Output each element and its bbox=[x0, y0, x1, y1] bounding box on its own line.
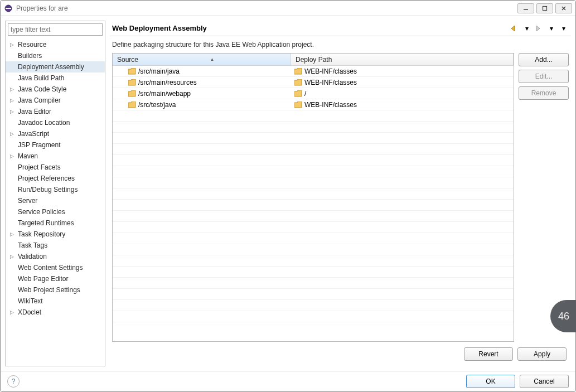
table-row bbox=[113, 177, 514, 188]
table-row bbox=[113, 233, 514, 244]
tree-item-label: Java Build Path bbox=[18, 74, 64, 82]
forward-menu-icon[interactable]: ▾ bbox=[546, 23, 556, 33]
tree-item-validation[interactable]: ▷Validation bbox=[6, 251, 105, 262]
tree-item-web-content-settings[interactable]: Web Content Settings bbox=[6, 262, 105, 273]
ok-button[interactable]: OK bbox=[466, 375, 515, 388]
tree-item-javascript[interactable]: ▷JavaScript bbox=[6, 128, 105, 139]
tree-item-task-tags[interactable]: Task Tags bbox=[6, 240, 105, 251]
tree-item-javadoc-location[interactable]: Javadoc Location bbox=[6, 117, 105, 128]
expand-icon[interactable]: ▷ bbox=[10, 109, 18, 114]
expand-icon[interactable]: ▷ bbox=[10, 309, 18, 315]
main-panel: Web Deployment Assembly ▾ ▾ ▾ Define pac… bbox=[110, 21, 571, 366]
table-row bbox=[113, 222, 514, 233]
back-icon[interactable] bbox=[510, 23, 520, 33]
table-row[interactable]: /src/main/webapp/ bbox=[113, 88, 514, 99]
tree-item-project-facets[interactable]: Project Facets bbox=[6, 162, 105, 173]
remove-button[interactable]: Remove bbox=[519, 86, 569, 100]
table-row bbox=[113, 289, 514, 300]
tree-item-maven[interactable]: ▷Maven bbox=[6, 151, 105, 162]
tree-item-run-debug-settings[interactable]: Run/Debug Settings bbox=[6, 184, 105, 195]
close-button[interactable] bbox=[555, 3, 572, 13]
apply-button[interactable]: Apply bbox=[517, 347, 567, 361]
tree-item-label: Service Policies bbox=[18, 208, 65, 216]
tree-item-java-code-style[interactable]: ▷Java Code Style bbox=[6, 84, 105, 95]
table-row bbox=[113, 211, 514, 222]
tree-item-label: Resource bbox=[18, 41, 46, 49]
tree-item-web-page-editor[interactable]: Web Page Editor bbox=[6, 273, 105, 284]
revert-button[interactable]: Revert bbox=[464, 347, 513, 361]
filter-input[interactable] bbox=[8, 23, 103, 36]
minimize-button[interactable] bbox=[517, 3, 534, 13]
tree-item-jsp-fragment[interactable]: JSP Fragment bbox=[6, 139, 105, 151]
titlebar: Properties for are bbox=[1, 1, 575, 16]
tree-item-label: Builders bbox=[18, 52, 42, 60]
tree-item-label: JSP Fragment bbox=[18, 141, 60, 149]
table-row[interactable]: /src/main/javaWEB-INF/classes bbox=[113, 66, 514, 77]
deploy-cell: WEB-INF/classes bbox=[304, 67, 357, 75]
tree-item-label: WikiText bbox=[18, 297, 43, 305]
table-row bbox=[113, 311, 514, 322]
app-icon bbox=[4, 4, 13, 13]
cancel-button[interactable]: Cancel bbox=[520, 375, 569, 388]
tree-item-label: Web Project Settings bbox=[18, 286, 80, 294]
expand-icon[interactable]: ▷ bbox=[10, 98, 18, 103]
table-row bbox=[113, 188, 514, 200]
column-source-label: Source bbox=[117, 56, 138, 64]
tree-item-deployment-assembly[interactable]: Deployment Assembly bbox=[6, 61, 105, 72]
tree-item-web-project-settings[interactable]: Web Project Settings bbox=[6, 284, 105, 296]
tree-item-label: Validation bbox=[18, 253, 47, 260]
add-button[interactable]: Add... bbox=[519, 53, 569, 66]
source-cell: /src/test/java bbox=[138, 101, 176, 109]
deploy-cell: WEB-INF/classes bbox=[304, 79, 357, 86]
sort-indicator-icon: ▲ bbox=[138, 57, 286, 62]
column-source[interactable]: Source ▲ bbox=[113, 54, 291, 65]
table-row[interactable]: /src/main/resourcesWEB-INF/classes bbox=[113, 77, 514, 88]
tree-item-project-references[interactable]: Project References bbox=[6, 173, 105, 184]
tree-item-wikitext[interactable]: WikiText bbox=[6, 296, 105, 307]
table-row bbox=[113, 144, 514, 155]
page-description: Define packaging structure for this Java… bbox=[112, 41, 569, 49]
tree-item-label: JavaScript bbox=[18, 130, 49, 138]
expand-icon[interactable]: ▷ bbox=[10, 86, 18, 92]
table-row[interactable]: /src/test/javaWEB-INF/classes bbox=[113, 99, 514, 110]
tree-item-resource[interactable]: ▷Resource bbox=[6, 39, 105, 50]
tree-item-label: XDoclet bbox=[18, 308, 41, 316]
properties-dialog: Properties for are ▷ResourceBuildersDepl… bbox=[0, 0, 576, 392]
sidebar: ▷ResourceBuildersDeployment AssemblyJava… bbox=[5, 21, 105, 366]
tree-item-builders[interactable]: Builders bbox=[6, 50, 105, 61]
table-row bbox=[113, 267, 514, 278]
expand-icon[interactable]: ▷ bbox=[10, 42, 18, 47]
tree-item-xdoclet[interactable]: ▷XDoclet bbox=[6, 307, 105, 318]
tree-item-label: Task Repository bbox=[18, 230, 65, 238]
source-cell: /src/main/java bbox=[138, 67, 180, 75]
maximize-button[interactable] bbox=[536, 3, 553, 13]
expand-icon[interactable]: ▷ bbox=[10, 131, 18, 137]
tree-item-service-policies[interactable]: Service Policies bbox=[6, 206, 105, 217]
view-menu-icon[interactable]: ▾ bbox=[559, 23, 569, 33]
edit-button[interactable]: Edit... bbox=[519, 70, 569, 83]
forward-icon[interactable] bbox=[534, 23, 544, 33]
tree-item-task-repository[interactable]: ▷Task Repository bbox=[6, 229, 105, 240]
tree-item-java-compiler[interactable]: ▷Java Compiler bbox=[6, 95, 105, 106]
tree-item-label: Server bbox=[18, 197, 37, 205]
tree-item-label: Java Editor bbox=[18, 108, 51, 115]
tree-item-label: Javadoc Location bbox=[18, 119, 70, 127]
expand-icon[interactable]: ▷ bbox=[10, 153, 18, 159]
tree-item-java-build-path[interactable]: Java Build Path bbox=[6, 72, 105, 84]
tree-item-server[interactable]: Server bbox=[6, 195, 105, 206]
expand-icon[interactable]: ▷ bbox=[10, 231, 18, 237]
column-deploy-label: Deploy Path bbox=[296, 56, 332, 64]
table-row bbox=[113, 110, 514, 122]
tree-item-java-editor[interactable]: ▷Java Editor bbox=[6, 106, 105, 117]
help-icon[interactable]: ? bbox=[7, 375, 20, 388]
source-cell: /src/main/resources bbox=[138, 79, 197, 86]
column-deploy[interactable]: Deploy Path bbox=[291, 54, 514, 65]
tree-item-label: Project References bbox=[18, 175, 75, 182]
expand-icon[interactable]: ▷ bbox=[10, 254, 18, 259]
back-menu-icon[interactable]: ▾ bbox=[522, 23, 532, 33]
tree-item-label: Maven bbox=[18, 152, 38, 160]
table-row bbox=[113, 278, 514, 289]
tree-item-label: Run/Debug Settings bbox=[18, 186, 78, 193]
tree-item-label: Project Facets bbox=[18, 163, 61, 171]
tree-item-targeted-runtimes[interactable]: Targeted Runtimes bbox=[6, 217, 105, 229]
